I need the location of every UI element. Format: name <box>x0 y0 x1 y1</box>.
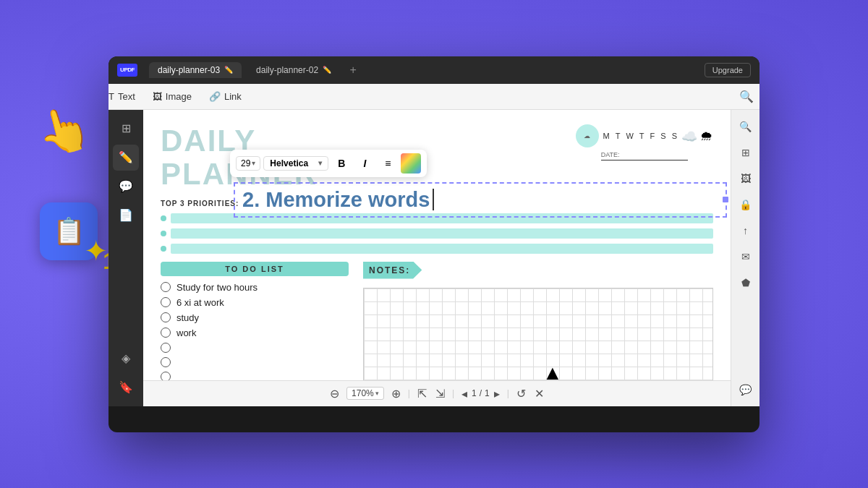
sidebar-layers-icon[interactable]: ◈ <box>113 346 139 372</box>
day-f: F <box>650 132 655 140</box>
todo-circle-5[interactable] <box>161 343 171 353</box>
todo-header: TO DO LIST <box>161 262 349 276</box>
sidebar-home-icon[interactable]: ⊞ <box>113 116 139 142</box>
todo-text-3: study <box>176 312 199 323</box>
align-button[interactable]: ≡ <box>378 153 398 174</box>
right-sidebar-share-icon[interactable]: ↑ <box>735 220 757 241</box>
priority-line-2 <box>171 228 713 239</box>
add-tab-button[interactable]: + <box>346 63 360 77</box>
zoom-level[interactable]: 170% ▾ <box>346 387 384 400</box>
day-w: W <box>626 132 633 140</box>
todo-item-3: study <box>161 312 349 323</box>
doc-page: DAILY PLANNER ☁ M T W T <box>143 110 731 380</box>
divider-3: | <box>507 388 509 398</box>
font-size-value: 29 <box>241 158 250 168</box>
todo-item-4: work <box>161 328 349 338</box>
day-t2: T <box>639 132 644 140</box>
todo-circle-2[interactable] <box>161 297 171 307</box>
priority-dot-3 <box>161 246 166 252</box>
right-sidebar-thumbnail-icon[interactable]: 🖼 <box>735 168 757 189</box>
tab-daily-planner-03[interactable]: daily-planner-03 ✏️ <box>149 62 242 78</box>
link-icon: 🔗 <box>209 91 221 102</box>
right-sidebar-bottom: 💬 <box>735 379 757 401</box>
todo-circle-3[interactable] <box>161 312 171 322</box>
sidebar-organize-icon[interactable]: 📄 <box>113 202 139 228</box>
zoom-value: 170% <box>352 388 374 398</box>
right-sidebar-stamp-icon[interactable]: ⬟ <box>735 272 757 294</box>
updf-logo: UPDF <box>117 64 137 77</box>
cloud-rain-icon: 🌧 <box>700 129 713 145</box>
todo-item-6 <box>161 357 349 367</box>
divider-2: | <box>452 388 454 398</box>
title-bar-right: Upgrade <box>705 63 751 77</box>
todo-circle-4[interactable] <box>161 328 171 338</box>
bottom-bar: ⊖ 170% ▾ ⊕ | ⇱ ⇲ | ◂ 1 / 1 ▸ | ↺ <box>143 380 731 406</box>
badge-decoration: 📋 ✦ 1 <box>40 202 98 260</box>
sidebar-comment-icon[interactable]: 💬 <box>113 174 139 200</box>
bottom-section: TO DO LIST Study for two hours 6 xi at w… <box>143 262 731 373</box>
tab-edit-icon-1[interactable]: ✏️ <box>224 66 233 74</box>
doc-area[interactable]: DAILY PLANNER ☁ M T W T <box>143 110 731 406</box>
resize-handle[interactable] <box>723 197 728 202</box>
todo-circle-7[interactable] <box>161 372 171 380</box>
todo-text-2: 6 xi at work <box>176 297 224 308</box>
color-picker-button[interactable] <box>401 153 421 174</box>
close-button[interactable]: ✕ <box>533 387 545 401</box>
fit-page-button[interactable]: ⇱ <box>416 387 428 401</box>
tab-label-1: daily-planner-03 <box>158 65 220 75</box>
weather-icons: ☁️ 🌧 <box>681 129 713 145</box>
todo-circle-1[interactable] <box>161 282 171 292</box>
right-sidebar-lock-icon[interactable]: 🔒 <box>735 194 757 215</box>
text-editing-box[interactable]: 2. Memorize words <box>234 182 727 218</box>
prev-page-button[interactable]: ◂ <box>460 387 469 401</box>
sidebar-bookmark-icon[interactable]: 🔖 <box>113 374 139 401</box>
priority-dot-2 <box>161 231 166 236</box>
date-line: DATE: <box>601 150 688 160</box>
italic-button[interactable]: I <box>354 153 375 174</box>
link-tool[interactable]: 🔗 Link <box>209 91 242 102</box>
zoom-in-button[interactable]: ⊕ <box>390 387 402 401</box>
tab-daily-planner-02[interactable]: daily-planner-02 ✏️ <box>247 62 340 78</box>
right-sidebar-mail-icon[interactable]: ✉ <box>735 246 757 267</box>
font-family-chevron[interactable]: ▾ <box>318 159 322 167</box>
notes-grid[interactable] <box>363 288 713 380</box>
todo-column: TO DO LIST Study for two hours 6 xi at w… <box>161 262 349 373</box>
text-label: Text <box>118 91 135 102</box>
font-size-chevron[interactable]: ▾ <box>252 159 255 167</box>
next-page-button[interactable]: ▸ <box>493 387 501 401</box>
font-family-select[interactable]: Helvetica ▾ <box>263 156 328 171</box>
cloud-circle: ☁ <box>576 124 599 147</box>
sidebar-edit-icon[interactable]: ✏️ <box>113 145 139 171</box>
right-sidebar-search-icon[interactable]: 🔍 <box>735 116 757 137</box>
tab-edit-icon-2[interactable]: ✏️ <box>323 66 331 74</box>
font-size-select[interactable]: 29 ▾ <box>236 156 260 171</box>
todo-text-1: Study for two hours <box>176 282 258 293</box>
day-t1: T <box>616 132 621 140</box>
zoom-out-button[interactable]: ⊖ <box>328 387 341 401</box>
fit-width-button[interactable]: ⇲ <box>434 387 446 401</box>
date-label: DATE: <box>601 151 620 158</box>
right-sidebar-chat-icon[interactable]: 💬 <box>735 379 757 401</box>
right-sidebar: 🔍 ⊞ 🖼 🔒 ↑ ✉ ⬟ 💬 <box>731 110 760 406</box>
notes-header: NOTES: <box>363 262 422 279</box>
edit-toolbar: T Text 🖼 Image 🔗 Link 🔍 <box>109 84 760 110</box>
tab-label-2: daily-planner-02 <box>256 65 318 75</box>
cloud-icon-1: ☁️ <box>681 129 697 145</box>
image-tool[interactable]: 🖼 Image <box>153 91 192 102</box>
page-navigation: ◂ 1 / 1 ▸ <box>460 387 501 401</box>
search-icon[interactable]: 🔍 <box>739 90 754 103</box>
planner-content: DAILY PLANNER ☁ M T W T <box>143 110 731 380</box>
rotate-left-button[interactable]: ↺ <box>515 387 527 401</box>
title-bar: UPDF daily-planner-03 ✏️ daily-planner-0… <box>109 56 760 84</box>
priority-dot-1 <box>161 215 166 221</box>
page-separator: / <box>480 388 482 398</box>
image-icon: 🖼 <box>153 91 162 102</box>
logo-box: UPDF <box>117 64 137 77</box>
zoom-chevron[interactable]: ▾ <box>375 390 379 397</box>
todo-circle-6[interactable] <box>161 357 171 367</box>
bold-button[interactable]: B <box>331 153 352 174</box>
upgrade-button[interactable]: Upgrade <box>705 63 751 77</box>
right-sidebar-layout-icon[interactable]: ⊞ <box>735 142 757 163</box>
text-tool[interactable]: T Text <box>109 91 135 102</box>
todo-text-4: work <box>176 328 196 338</box>
